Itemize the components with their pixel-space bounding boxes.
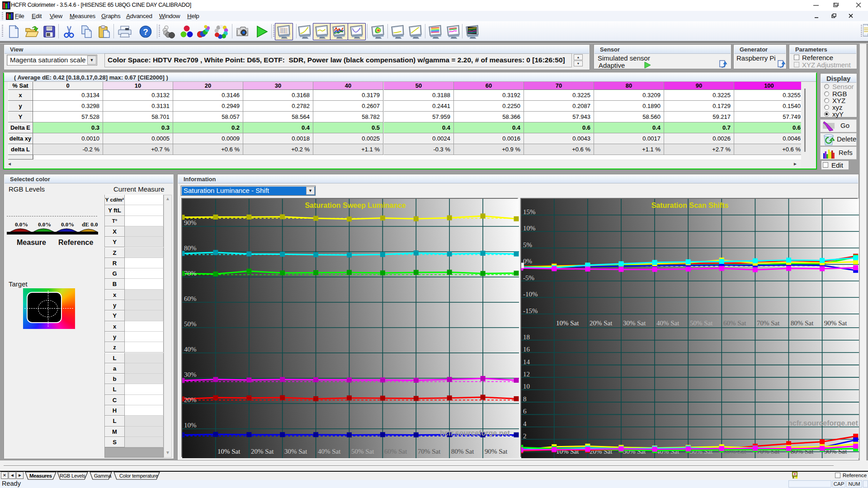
svg-text:Gamma: Gamma: [94, 473, 112, 479]
svg-text:8: 8: [523, 395, 527, 403]
svg-text:RGB Levels: RGB Levels: [60, 473, 85, 479]
svg-text:2: 2: [523, 432, 527, 440]
svg-text:-15%: -15%: [523, 307, 538, 314]
svg-text:20% Sat: 20% Sat: [251, 448, 274, 455]
svg-text:90%: 90%: [184, 219, 197, 226]
svg-text:dE 0.0: dE 0.0: [82, 221, 98, 228]
svg-text:4: 4: [523, 420, 527, 427]
svg-text:14: 14: [523, 358, 530, 366]
svg-text:0.0%: 0.0%: [38, 221, 51, 228]
svg-text:50% Sat: 50% Sat: [690, 319, 713, 327]
svg-text:-5%: -5%: [523, 274, 534, 282]
svg-text:70% Sat: 70% Sat: [418, 448, 441, 455]
svg-text:-10%: -10%: [523, 291, 538, 298]
svg-text:Saturation Scan Shifts: Saturation Scan Shifts: [651, 202, 729, 209]
svg-text:90% Sat: 90% Sat: [824, 319, 847, 327]
svg-text:16: 16: [523, 346, 530, 353]
svg-text:30% Sat: 30% Sat: [284, 448, 307, 455]
svg-text:60% Sat: 60% Sat: [384, 448, 407, 455]
svg-text:6: 6: [523, 408, 527, 415]
svg-text:20% Sat: 20% Sat: [590, 319, 613, 327]
svg-text:12: 12: [523, 371, 530, 378]
svg-text:80% Sat: 80% Sat: [451, 448, 474, 455]
svg-text:hcfr.sourceforge.net: hcfr.sourceforge.net: [440, 429, 510, 437]
svg-text:0.0%: 0.0%: [61, 221, 74, 228]
svg-text:90% Sat: 90% Sat: [485, 448, 508, 455]
svg-text:50%: 50%: [184, 320, 197, 328]
svg-text:5%: 5%: [523, 241, 532, 249]
svg-text:0%: 0%: [523, 258, 532, 265]
svg-text:40% Sat: 40% Sat: [318, 448, 341, 455]
svg-text:10% Sat: 10% Sat: [217, 448, 241, 455]
svg-text:80%: 80%: [184, 244, 197, 252]
svg-text:10% Sat: 10% Sat: [556, 319, 579, 327]
svg-text:0.0%: 0.0%: [15, 221, 28, 228]
svg-text:70% Sat: 70% Sat: [757, 319, 780, 327]
svg-text:10: 10: [523, 383, 530, 390]
svg-text:70%: 70%: [184, 270, 197, 277]
svg-text:40%: 40%: [184, 346, 197, 353]
svg-text:?: ?: [143, 27, 148, 37]
svg-text:60% Sat: 60% Sat: [723, 319, 746, 327]
svg-text:Measures: Measures: [29, 473, 52, 479]
svg-text:hcfr.sourceforge.net: hcfr.sourceforge.net: [788, 419, 858, 427]
svg-text:30%: 30%: [184, 371, 197, 378]
svg-text:15%: 15%: [523, 208, 536, 216]
svg-text:20%: 20%: [184, 396, 197, 404]
svg-text:18: 18: [523, 333, 530, 341]
svg-text:Color temperature: Color temperature: [119, 473, 158, 479]
svg-text:Saturation Sweep Luminance: Saturation Sweep Luminance: [305, 202, 406, 209]
svg-text:30% Sat: 30% Sat: [623, 319, 646, 327]
svg-text:10%: 10%: [184, 422, 197, 429]
svg-text:80% Sat: 80% Sat: [791, 319, 814, 327]
svg-text:40% Sat: 40% Sat: [656, 319, 679, 327]
svg-text:60%: 60%: [184, 295, 197, 302]
svg-text:50% Sat: 50% Sat: [351, 448, 374, 455]
svg-text:10%: 10%: [523, 225, 536, 232]
